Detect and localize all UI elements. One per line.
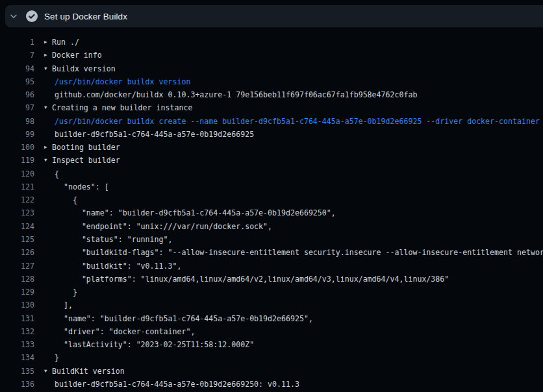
log-line: 99builder-d9cfb5a1-c764-445a-a57e-0b19d2… bbox=[0, 128, 543, 141]
log-line: 122 { bbox=[0, 193, 543, 206]
log-line: 125 "status": "running", bbox=[0, 233, 543, 246]
line-number[interactable]: 97 bbox=[0, 101, 34, 114]
log-output-text: } bbox=[55, 286, 77, 299]
line-number[interactable]: 95 bbox=[0, 75, 34, 88]
log-output-text: "name": "builder-d9cfb5a1-c764-445a-a57e… bbox=[55, 206, 336, 219]
line-number[interactable]: 98 bbox=[0, 115, 34, 128]
log-line: 136builder-d9cfb5a1-c764-445a-a57e-0b19d… bbox=[0, 378, 543, 391]
log-output-text: "status": "running", bbox=[55, 233, 172, 246]
triangle-down-icon[interactable]: ▼ bbox=[44, 154, 52, 167]
line-number[interactable]: 1 bbox=[0, 36, 34, 49]
log-line: 7▶Docker info bbox=[0, 49, 543, 62]
log-line: 124 "endpoint": "unix:///var/run/docker.… bbox=[0, 220, 543, 233]
line-number[interactable]: 123 bbox=[0, 206, 34, 219]
log-line: 134} bbox=[0, 351, 543, 364]
log-line: 128 "platforms": "linux/amd64,linux/amd6… bbox=[0, 273, 543, 286]
log-output-text: "driver": "docker-container", bbox=[55, 325, 195, 338]
log-output-text: builder-d9cfb5a1-c764-445a-a57e-0b19d2e6… bbox=[55, 378, 299, 391]
log-line: 100▶Booting builder bbox=[0, 141, 543, 154]
line-number[interactable]: 126 bbox=[0, 246, 34, 259]
log-line: 126 "buildkitd-flags": "--allow-insecure… bbox=[0, 246, 543, 259]
log-output-text: } bbox=[55, 351, 59, 364]
line-number[interactable]: 129 bbox=[0, 286, 34, 299]
log-line: 95/usr/bin/docker buildx version bbox=[0, 75, 543, 88]
line-number[interactable]: 96 bbox=[0, 88, 34, 101]
log-line: 97▼Creating a new builder instance bbox=[0, 101, 543, 114]
line-number[interactable]: 134 bbox=[0, 351, 34, 364]
log-line: 129 } bbox=[0, 286, 543, 299]
log-line: 133 "lastActivity": "2023-02-25T11:58:12… bbox=[0, 338, 543, 351]
line-number[interactable]: 94 bbox=[0, 62, 34, 75]
log-line: 132 "driver": "docker-container", bbox=[0, 325, 543, 338]
log-command-text: /usr/bin/docker buildx create --name bui… bbox=[55, 115, 540, 128]
log-output-text: { bbox=[55, 167, 59, 180]
line-number[interactable]: 124 bbox=[0, 220, 34, 233]
log-line: 119▼Inspect builder bbox=[0, 154, 543, 167]
log-line: 121 "nodes": [ bbox=[0, 180, 543, 193]
log-output-text: { bbox=[55, 193, 77, 206]
log-group-title[interactable]: BuildKit version bbox=[52, 365, 125, 378]
line-number[interactable]: 136 bbox=[0, 378, 34, 391]
log-output-text: builder-d9cfb5a1-c764-445a-a57e-0b19d2e6… bbox=[55, 128, 254, 141]
log-output-text: "nodes": [ bbox=[55, 180, 109, 193]
triangle-down-icon[interactable]: ▼ bbox=[44, 62, 52, 75]
chevron-down-icon[interactable] bbox=[9, 12, 18, 21]
triangle-right-icon[interactable]: ▶ bbox=[44, 49, 52, 62]
log-output-text: ], bbox=[55, 299, 73, 312]
line-number[interactable]: 135 bbox=[0, 365, 34, 378]
line-number[interactable]: 99 bbox=[0, 128, 34, 141]
triangle-right-icon[interactable]: ▶ bbox=[44, 36, 52, 49]
line-number[interactable]: 127 bbox=[0, 260, 34, 273]
line-number[interactable]: 128 bbox=[0, 273, 34, 286]
log-group-title[interactable]: Booting builder bbox=[52, 141, 120, 154]
log-line: 135▼BuildKit version bbox=[0, 365, 543, 378]
line-number[interactable]: 119 bbox=[0, 154, 34, 167]
log-line: 1▶Run ./ bbox=[0, 36, 543, 49]
log-output-text: "endpoint": "unix:///var/run/docker.sock… bbox=[55, 220, 272, 233]
log-group-title[interactable]: Run ./ bbox=[52, 36, 79, 49]
step-header[interactable]: Set up Docker Buildx bbox=[5, 5, 543, 27]
log-output-text: "lastActivity": "2023-02-25T11:58:12.000… bbox=[55, 338, 254, 351]
log-command-text: /usr/bin/docker buildx version bbox=[55, 75, 190, 88]
step-title: Set up Docker Buildx bbox=[44, 12, 127, 21]
log-line: 98/usr/bin/docker buildx create --name b… bbox=[0, 115, 543, 128]
log-line: 94▼Buildx version bbox=[0, 62, 543, 75]
line-number[interactable]: 121 bbox=[0, 180, 34, 193]
line-number[interactable]: 130 bbox=[0, 299, 34, 312]
log-output-text: "buildkit": "v0.11.3", bbox=[55, 260, 181, 273]
log-line: 127 "buildkit": "v0.11.3", bbox=[0, 260, 543, 273]
triangle-right-icon[interactable]: ▶ bbox=[44, 141, 52, 154]
log-output-text: github.com/docker/buildx 0.10.3+azure-1 … bbox=[55, 88, 417, 101]
log-group-title[interactable]: Buildx version bbox=[52, 62, 116, 75]
triangle-down-icon[interactable]: ▼ bbox=[44, 101, 52, 114]
log-output-text: "platforms": "linux/amd64,linux/amd64/v2… bbox=[55, 273, 449, 286]
line-number[interactable]: 125 bbox=[0, 233, 34, 246]
log-line: 130 ], bbox=[0, 299, 543, 312]
log-lines: 1▶Run ./7▶Docker info94▼Buildx version95… bbox=[0, 36, 543, 391]
log-output-text: "buildkitd-flags": "--allow-insecure-ent… bbox=[55, 246, 543, 259]
line-number[interactable]: 100 bbox=[0, 141, 34, 154]
log-group-title[interactable]: Inspect builder bbox=[52, 154, 120, 167]
log-line: 123 "name": "builder-d9cfb5a1-c764-445a-… bbox=[0, 206, 543, 219]
log-group-title[interactable]: Docker info bbox=[52, 49, 102, 62]
line-number[interactable]: 120 bbox=[0, 167, 34, 180]
line-number[interactable]: 7 bbox=[0, 49, 34, 62]
log-line: 120{ bbox=[0, 167, 543, 180]
triangle-down-icon[interactable]: ▼ bbox=[44, 365, 52, 378]
log-line: 96github.com/docker/buildx 0.10.3+azure-… bbox=[0, 88, 543, 101]
log-output-text: "name": "builder-d9cfb5a1-c764-445a-a57e… bbox=[55, 312, 313, 325]
line-number[interactable]: 132 bbox=[0, 325, 34, 338]
line-number[interactable]: 122 bbox=[0, 193, 34, 206]
line-number[interactable]: 133 bbox=[0, 338, 34, 351]
log-line: 131 "name": "builder-d9cfb5a1-c764-445a-… bbox=[0, 312, 543, 325]
log-group-title[interactable]: Creating a new builder instance bbox=[52, 101, 192, 114]
check-circle-icon bbox=[26, 10, 38, 22]
line-number[interactable]: 131 bbox=[0, 312, 34, 325]
